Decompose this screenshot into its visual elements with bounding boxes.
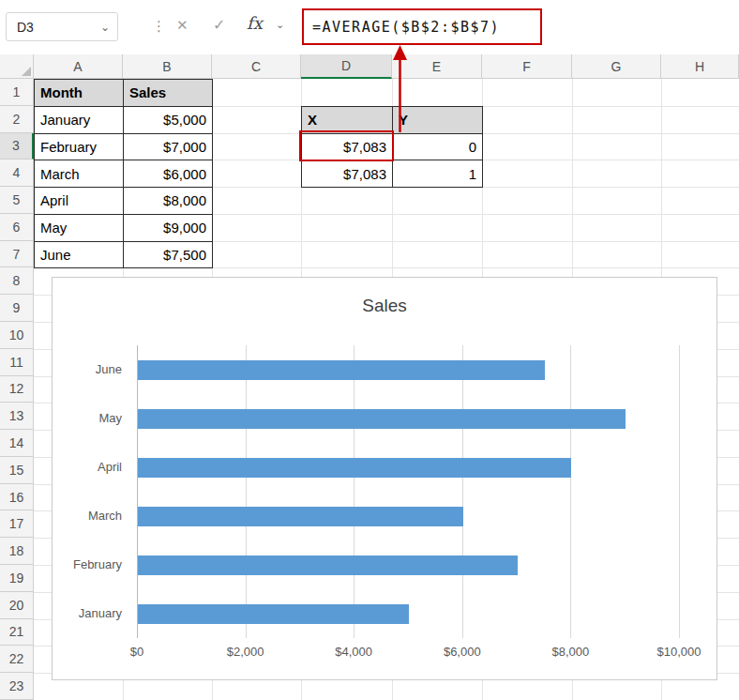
row-header-19[interactable]: 19 <box>0 565 34 592</box>
row-header-5[interactable]: 5 <box>0 187 34 214</box>
row-header-1[interactable]: 1 <box>0 79 34 106</box>
x-tick-label: $6,000 <box>420 645 505 659</box>
row-header-12[interactable]: 12 <box>0 376 34 403</box>
embedded-bar-chart[interactable]: Sales $0$2,000$4,000$6,000$8,000$10,000J… <box>52 277 717 680</box>
select-all-button[interactable] <box>0 54 34 79</box>
cell-E2[interactable]: Y <box>393 107 483 134</box>
formula-text: =AVERAGE($B$2:$B$7) <box>312 19 500 36</box>
chart-gridline <box>570 345 571 638</box>
select-all-triangle-icon <box>22 67 31 76</box>
table-row: April$8,000 <box>35 188 213 215</box>
table-row: February$7,000 <box>35 134 213 161</box>
category-label: January <box>53 605 122 622</box>
bar-june[interactable] <box>138 360 545 380</box>
column-header-E[interactable]: E <box>392 54 482 79</box>
row-header-3[interactable]: 3 <box>0 133 34 160</box>
column-header-A[interactable]: A <box>34 54 123 79</box>
row-header-14[interactable]: 14 <box>0 430 34 457</box>
table-row: $7,0831 <box>302 160 483 188</box>
row-header-11[interactable]: 11 <box>0 349 34 376</box>
enter-icon[interactable]: ✓ <box>213 16 225 34</box>
chart-gridline <box>137 345 138 638</box>
column-header-D[interactable]: D <box>301 54 392 79</box>
cell-B6[interactable]: $9,000 <box>124 215 213 242</box>
row-header-6[interactable]: 6 <box>0 214 34 241</box>
column-header-C[interactable]: C <box>212 54 301 79</box>
insert-function-icon[interactable]: fx <box>247 13 263 33</box>
column-header-H[interactable]: H <box>661 54 739 79</box>
cell-B4[interactable]: $6,000 <box>124 160 213 188</box>
category-label: February <box>53 556 122 573</box>
cell-B5[interactable]: $8,000 <box>124 188 213 215</box>
formula-input[interactable]: =AVERAGE($B$2:$B$7) <box>302 8 542 45</box>
category-label: June <box>53 361 122 378</box>
cell-B7[interactable]: $7,500 <box>124 242 213 269</box>
month-sales-table: MonthSalesJanuary$5,000February$7,000Mar… <box>34 79 213 268</box>
category-label: March <box>53 508 122 525</box>
column-header-B[interactable]: B <box>123 54 212 79</box>
cell-A6[interactable]: May <box>35 215 124 242</box>
table-row: June$7,500 <box>35 242 213 269</box>
bar-march[interactable] <box>138 507 463 526</box>
row-header-22[interactable]: 22 <box>0 646 34 673</box>
bar-april[interactable] <box>138 458 571 478</box>
column-header-G[interactable]: G <box>572 54 661 79</box>
cell-A7[interactable]: June <box>35 242 124 269</box>
row-header-10[interactable]: 10 <box>0 322 34 349</box>
category-label: April <box>53 459 122 476</box>
row-header-4[interactable]: 4 <box>0 160 34 187</box>
row-header-13[interactable]: 13 <box>0 403 34 430</box>
row-header-21[interactable]: 21 <box>0 619 34 647</box>
cell-B3[interactable]: $7,000 <box>124 134 213 161</box>
cell-E3[interactable]: 0 <box>393 134 483 161</box>
cell-A4[interactable]: March <box>35 160 124 188</box>
cell-B2[interactable]: $5,000 <box>124 107 213 134</box>
bar-january[interactable] <box>138 604 409 624</box>
chart-title[interactable]: Sales <box>53 296 716 316</box>
chevron-down-icon[interactable]: ⌄ <box>100 21 110 34</box>
chart-gridline <box>354 345 354 638</box>
column-header-F[interactable]: F <box>482 54 572 79</box>
cell-A5[interactable]: April <box>35 188 124 215</box>
annotation-highlight-d3 <box>299 130 394 161</box>
chart-gridline <box>462 345 463 638</box>
x-tick-label: $10,000 <box>637 645 721 659</box>
chevron-down-icon[interactable]: ⌄ <box>276 19 284 31</box>
table-row: March$6,000 <box>35 160 213 188</box>
row-header-16[interactable]: 16 <box>0 484 34 511</box>
table-row: May$9,000 <box>35 215 213 242</box>
table-row: MonthSales <box>35 80 213 107</box>
cancel-icon[interactable]: ✕ <box>176 17 189 34</box>
row-header-17[interactable]: 17 <box>0 510 34 538</box>
x-tick-label: $4,000 <box>311 645 396 659</box>
row-header-20[interactable]: 20 <box>0 592 34 619</box>
row-header-18[interactable]: 18 <box>0 538 34 565</box>
row-header-9[interactable]: 9 <box>0 295 34 322</box>
row-header-15[interactable]: 15 <box>0 457 34 484</box>
cell-E4[interactable]: 1 <box>393 160 483 188</box>
category-label: May <box>53 410 122 427</box>
x-tick-label: $8,000 <box>528 645 612 659</box>
cell-D4[interactable]: $7,083 <box>302 160 393 188</box>
name-box-value: D3 <box>17 20 34 35</box>
row-header-2[interactable]: 2 <box>0 106 34 133</box>
excel-window: D3 ⌄ ⋮ ✕ ✓ fx ⌄ =AVERAGE($B$2:$B$7) ABCD… <box>0 0 739 700</box>
formula-bar: D3 ⌄ ⋮ ✕ ✓ fx ⌄ =AVERAGE($B$2:$B$7) <box>0 0 739 54</box>
row-header-7[interactable]: 7 <box>0 241 34 268</box>
cell-A2[interactable]: January <box>35 107 124 134</box>
cell-A1[interactable]: Month <box>35 80 124 107</box>
x-tick-label: $0 <box>95 645 179 659</box>
cell-B1[interactable]: Sales <box>124 80 213 107</box>
row-header-23[interactable]: 23 <box>0 673 34 700</box>
cell-A3[interactable]: February <box>35 134 124 161</box>
drag-handle-icon: ⋮ <box>152 18 166 35</box>
bar-may[interactable] <box>138 409 626 429</box>
name-box[interactable]: D3 ⌄ <box>6 12 118 41</box>
x-tick-label: $2,000 <box>204 645 288 659</box>
bar-february[interactable] <box>138 555 518 575</box>
chart-gridline <box>679 345 680 638</box>
row-header-8[interactable]: 8 <box>0 267 34 295</box>
chart-gridline <box>246 345 247 638</box>
table-row: January$5,000 <box>35 107 213 134</box>
